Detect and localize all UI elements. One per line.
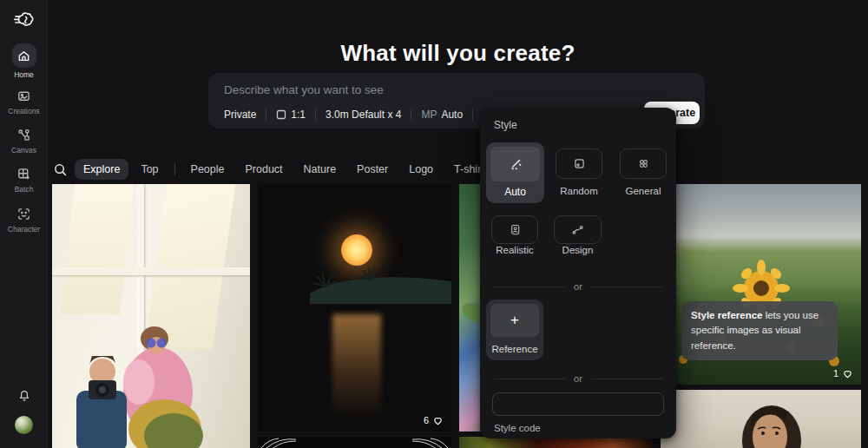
batch-icon xyxy=(16,167,31,181)
reference-label: Reference xyxy=(486,344,543,354)
sidebar-item-home[interactable]: Home xyxy=(0,43,48,79)
tab-people[interactable]: People xyxy=(182,159,233,180)
category-tabs: Explore Top People Product Nature Poster… xyxy=(50,159,493,180)
creations-icon xyxy=(16,89,31,103)
likes-badge[interactable]: 1 xyxy=(833,368,853,379)
auto-wand-icon xyxy=(509,157,523,171)
heart-icon xyxy=(432,415,444,425)
style-popup: Style Auto Random General xyxy=(480,108,676,438)
page-title: What will you create? xyxy=(48,40,868,67)
gallery-image-woman-portrait[interactable] xyxy=(661,390,861,448)
toolbar-divider xyxy=(411,109,411,121)
style-option-auto[interactable]: Auto xyxy=(486,142,544,203)
or-divider: or xyxy=(494,373,662,384)
heart-icon xyxy=(842,368,853,379)
style-reference-tooltip: Style reference lets you use specific im… xyxy=(681,301,838,360)
sun-reflection-graphic xyxy=(332,314,381,418)
realistic-portrait-icon xyxy=(509,223,522,236)
style-reference-upload[interactable]: + Reference xyxy=(486,300,543,360)
likes-badge[interactable]: 6 xyxy=(424,415,444,425)
aspect-ratio-setting[interactable]: 1:1 xyxy=(276,109,306,121)
tooltip-bold-text: Style reference xyxy=(691,310,762,320)
sidebar-item-label: Batch xyxy=(0,185,48,194)
app-window: Home Creations Canvas xyxy=(0,0,868,448)
style-option-label[interactable]: Design xyxy=(554,245,602,255)
mp-setting[interactable]: MP Auto xyxy=(421,109,463,121)
general-icon xyxy=(637,157,650,170)
plus-icon: + xyxy=(510,312,519,329)
sidebar: Home Creations Canvas xyxy=(0,0,48,448)
tab-nature[interactable]: Nature xyxy=(295,159,345,180)
canvas-icon xyxy=(16,128,31,142)
gallery-image-dark-feathers[interactable] xyxy=(258,437,451,448)
likes-count: 6 xyxy=(424,415,429,425)
notifications-bell-icon[interactable] xyxy=(0,389,48,403)
toolbar-divider xyxy=(472,109,473,121)
sidebar-item-batch[interactable]: Batch xyxy=(0,165,48,194)
style-popup-title: Style xyxy=(494,119,517,131)
tabs-divider xyxy=(174,163,175,176)
style-code-input[interactable] xyxy=(492,392,664,416)
style-option-design[interactable] xyxy=(554,215,602,244)
user-avatar[interactable] xyxy=(15,416,33,434)
sidebar-item-creations[interactable]: Creations xyxy=(0,87,48,115)
tab-product[interactable]: Product xyxy=(236,159,291,180)
prompt-input[interactable] xyxy=(224,80,641,99)
search-icon[interactable] xyxy=(50,160,69,179)
style-option-label: Auto xyxy=(486,186,544,198)
style-option-general[interactable] xyxy=(620,148,667,179)
style-code-label: Style code xyxy=(494,423,541,433)
sidebar-item-label: Character xyxy=(0,225,48,234)
tab-top[interactable]: Top xyxy=(132,159,167,180)
tab-explore[interactable]: Explore xyxy=(75,159,128,180)
home-icon xyxy=(16,49,31,63)
toolbar-divider xyxy=(266,109,266,121)
aspect-ratio-icon xyxy=(276,109,286,120)
size-setting[interactable]: 3.0m Default x 4 xyxy=(326,109,401,121)
style-option-label[interactable]: General xyxy=(620,186,667,196)
likes-count: 1 xyxy=(833,368,838,379)
gallery-image-sunset-beach[interactable]: 6 xyxy=(258,184,451,432)
random-icon xyxy=(573,157,586,170)
style-option-random[interactable] xyxy=(556,148,602,179)
sidebar-item-label: Home xyxy=(0,70,48,79)
style-option-label[interactable]: Realistic xyxy=(491,245,538,255)
logo-brain-icon[interactable] xyxy=(0,9,48,31)
privacy-setting[interactable]: Private xyxy=(224,109,256,121)
tab-poster[interactable]: Poster xyxy=(348,159,397,180)
sidebar-item-label: Canvas xyxy=(0,146,48,155)
style-option-label[interactable]: Random xyxy=(556,186,602,196)
sidebar-item-label: Creations xyxy=(0,107,48,115)
style-option-realistic[interactable] xyxy=(491,215,538,244)
or-divider: or xyxy=(494,281,662,292)
design-bezier-icon xyxy=(571,223,584,236)
gallery-image-fashion-couple[interactable] xyxy=(52,184,250,448)
tab-logo[interactable]: Logo xyxy=(400,159,442,180)
character-face-icon xyxy=(16,207,31,221)
sidebar-item-character[interactable]: Character xyxy=(0,205,48,234)
sidebar-item-canvas[interactable]: Canvas xyxy=(0,126,48,155)
toolbar-divider xyxy=(315,109,316,121)
